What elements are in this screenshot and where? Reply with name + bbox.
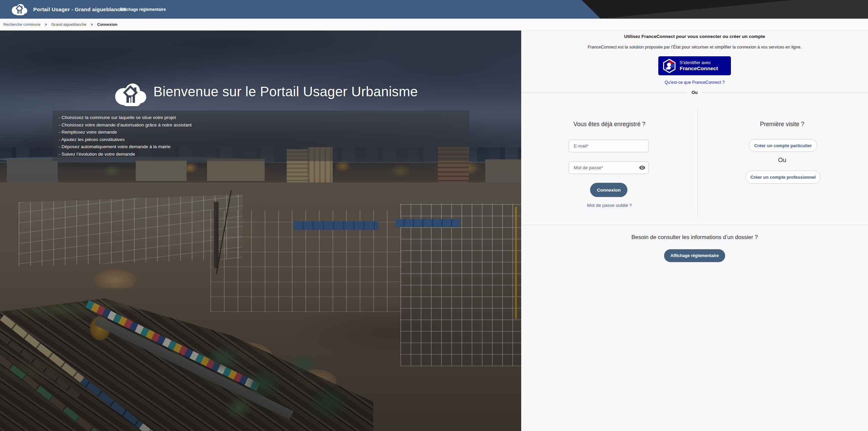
marianne-hexagon-icon (662, 58, 676, 74)
login-section-title: Vous êtes déjà enregistré ? (542, 121, 677, 128)
portal-login-page: Portail Usager - Grand aigueblanche Affi… (0, 0, 868, 431)
hero-step: - Suivez l’évolution de votre demande (59, 151, 463, 158)
franceconnect-title: Utilisez FranceConnect pour vous connect… (521, 34, 868, 39)
connexion-button[interactable]: Connexion (590, 183, 627, 197)
register-or-label: Ou (712, 157, 852, 164)
password-field-wrapper (569, 161, 649, 174)
divider-line (521, 92, 687, 93)
divider-line (702, 92, 868, 93)
franceconnect-info-link[interactable]: Qu’est-ce que FranceConnect ? (521, 80, 868, 85)
affichage-reglementaire-button[interactable]: Affichage réglementaire (664, 249, 725, 262)
or-divider: Ou (521, 89, 868, 96)
chevron-right-icon: > (91, 23, 93, 26)
section-divider (521, 225, 868, 225)
breadcrumb-item-connexion: Connexion (97, 22, 117, 26)
hero-step: - Déposez automatiquement votre demande … (59, 143, 463, 151)
hero-step: - Choisissez votre demande d’autorisatio… (59, 121, 463, 129)
column-divider (697, 107, 698, 217)
eye-visibility-icon[interactable] (639, 164, 645, 171)
hero-step: - Ajoutez les pièces constitutives (59, 136, 463, 143)
register-section-title: Première visite ? (712, 121, 852, 128)
email-field[interactable] (569, 140, 649, 152)
forgot-password-link[interactable]: Mot de passe oublié ? (542, 203, 677, 208)
franceconnect-description: FranceConnect est la solution proposée p… (521, 45, 868, 50)
portal-cloud-house-logo-icon (114, 81, 148, 108)
dossier-question: Besoin de consulter les informations d’u… (521, 234, 868, 240)
header-affichage-reglementaire-link[interactable]: Affichage réglementaire (119, 0, 166, 19)
breadcrumb: Recherche commune > Grand aigueblanche >… (0, 19, 868, 31)
chevron-right-icon: > (45, 23, 47, 26)
cloud-house-logo-icon (11, 2, 28, 16)
hero-photo-section: Bienvenue sur le Portail Usager Urbanism… (0, 31, 521, 431)
franceconnect-button[interactable]: S’identifier avec FranceConnect (658, 56, 731, 75)
hero-step: - Choisissez la commune sur laquelle se … (59, 114, 463, 121)
auth-panel: Utilisez FranceConnect pour vous connect… (521, 31, 868, 431)
create-individual-account-button[interactable]: Créer un compte particulier (749, 139, 817, 152)
franceconnect-button-label: S’identifier avec FranceConnect (680, 60, 718, 72)
or-label: Ou (692, 90, 698, 95)
app-title: Portail Usager - Grand aigueblanche (33, 0, 127, 19)
hero-steps-box: - Choisissez la commune sur laquelle se … (53, 111, 469, 161)
email-field-wrapper (569, 140, 649, 152)
breadcrumb-item-recherche-commune[interactable]: Recherche commune (3, 22, 40, 26)
app-header: Portail Usager - Grand aigueblanche Affi… (0, 0, 868, 19)
breadcrumb-item-commune[interactable]: Grand aigueblanche (51, 22, 87, 26)
hero-step: - Remplissez votre demande (59, 129, 463, 136)
hero-title: Bienvenue sur le Portail Usager Urbanism… (153, 84, 418, 99)
create-professional-account-button[interactable]: Créer un compte professionnel (746, 171, 820, 184)
password-field[interactable] (569, 161, 649, 174)
